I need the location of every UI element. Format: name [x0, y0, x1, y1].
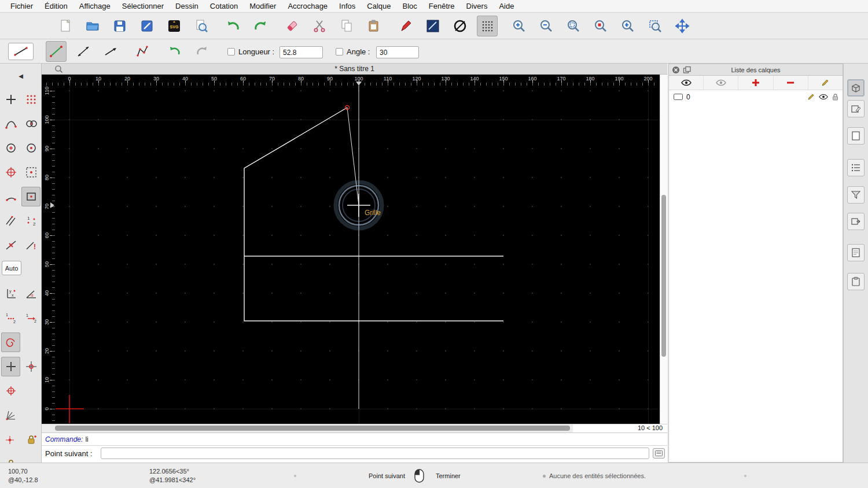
hide-all-layers-button[interactable]	[704, 76, 738, 90]
menu-item-12[interactable]: Divers	[461, 0, 494, 13]
dock-selection-filter-button[interactable]	[847, 186, 865, 204]
snap-tangent-button[interactable]	[1, 187, 20, 206]
vertical-scrollbar[interactable]	[660, 75, 667, 424]
horizontal-scrollbar-thumb[interactable]	[55, 426, 570, 431]
print-preview-button[interactable]	[191, 16, 212, 36]
zoom-in-button[interactable]	[509, 16, 529, 36]
dock-library-browser-button[interactable]	[847, 127, 865, 145]
snap-distance-button[interactable]	[21, 138, 41, 158]
redo-sequence-button[interactable]	[192, 41, 212, 62]
snap-intersection-button[interactable]	[21, 162, 41, 182]
angle-snap-button[interactable]	[1, 405, 20, 425]
current-pen-button[interactable]	[450, 16, 470, 36]
zoom-redraw-button[interactable]	[590, 16, 611, 36]
dock-notes-button[interactable]	[847, 273, 865, 290]
snap-sequence-button[interactable]: 12	[21, 211, 41, 231]
open-file-button[interactable]	[82, 16, 103, 36]
polyline-button[interactable]	[132, 41, 153, 62]
paste-button[interactable]	[363, 16, 384, 36]
snap-on-entity-button[interactable]	[21, 114, 41, 134]
set-relative-zero-button[interactable]	[21, 357, 41, 376]
save-button[interactable]	[109, 16, 130, 36]
restrict-nothing-button[interactable]	[1, 235, 20, 255]
angle-checkbox[interactable]	[336, 48, 343, 56]
menu-item-11[interactable]: Fenêtre	[423, 0, 461, 13]
vertical-scrollbar-thumb[interactable]	[661, 195, 666, 357]
restrict-orthogonal-button[interactable]: yx	[1, 284, 20, 304]
menu-item-6[interactable]: Modifier	[244, 0, 282, 13]
angle-input[interactable]	[376, 46, 419, 58]
new-file-button[interactable]	[55, 16, 76, 36]
zoom-auto-button[interactable]	[563, 16, 584, 36]
zoom-window-button[interactable]	[645, 16, 665, 36]
dock-entity-list-button[interactable]	[847, 159, 865, 176]
line-attributes-button[interactable]	[422, 16, 443, 36]
snap-endpoint-button[interactable]	[1, 114, 20, 134]
menu-item-1[interactable]: Édition	[39, 0, 73, 13]
delete-entities-button[interactable]	[282, 16, 303, 36]
layer-row[interactable]: 0	[669, 90, 843, 103]
layer-lock-icon[interactable]	[832, 93, 838, 101]
grid-toggle-button[interactable]	[477, 16, 498, 36]
snap-auto-button[interactable]: Auto	[2, 261, 21, 275]
snap-free-button[interactable]	[1, 90, 20, 109]
grid-dots-icon	[25, 93, 38, 106]
dock-quick-info-button[interactable]	[847, 213, 865, 230]
command-input[interactable]	[101, 448, 649, 459]
tool-regen-button[interactable]	[1, 332, 20, 352]
current-tool-indicator[interactable]	[8, 43, 34, 60]
line-two-points-button[interactable]	[46, 41, 67, 62]
redo-button[interactable]	[250, 16, 271, 36]
layer-visibility-icon[interactable]	[819, 94, 828, 100]
zoom-previous-button[interactable]	[617, 16, 638, 36]
save-as-button[interactable]	[137, 16, 157, 36]
edit-layer-button[interactable]	[808, 76, 843, 90]
snap-grid-button[interactable]	[21, 90, 41, 109]
dock-block-list-button[interactable]	[847, 100, 865, 117]
dock-command-widget-button[interactable]	[847, 244, 865, 261]
restrict-lines-button[interactable]	[1, 211, 20, 231]
order-arrow-button[interactable]: 12	[21, 308, 41, 328]
back-button[interactable]: ◀	[5, 70, 37, 82]
order-points-button[interactable]: 12	[1, 308, 20, 328]
drawing-canvas[interactable]: 0102030405060708090100110120130140150160…	[42, 75, 660, 424]
menu-item-5[interactable]: Cotation	[204, 0, 244, 13]
restrict-angle-button[interactable]: α	[21, 284, 41, 304]
remove-layer-button[interactable]	[774, 76, 808, 90]
relative-zero-button[interactable]	[1, 357, 20, 376]
menu-item-13[interactable]: Aide	[493, 0, 520, 13]
layer-edit-icon[interactable]	[807, 93, 815, 101]
undo-button[interactable]	[223, 16, 244, 36]
line-horizontal-button[interactable]	[100, 41, 121, 62]
menu-item-3[interactable]: Sélectionner	[116, 0, 170, 13]
snap-center-button[interactable]	[1, 138, 20, 158]
line-angle-button[interactable]	[73, 41, 94, 62]
snap-reference-button[interactable]	[21, 187, 41, 206]
undo-sequence-button[interactable]	[164, 41, 185, 62]
snap-middle-button[interactable]	[1, 162, 20, 182]
cut-button[interactable]	[309, 16, 330, 36]
menu-item-2[interactable]: Affichage	[73, 0, 116, 13]
pen-attributes-button[interactable]	[395, 16, 416, 36]
zoom-pan-button[interactable]	[672, 16, 693, 36]
lock-relative-zero-button[interactable]	[1, 381, 20, 401]
add-layer-button[interactable]	[738, 76, 773, 90]
length-input[interactable]	[279, 46, 323, 58]
menu-item-10[interactable]: Bloc	[396, 0, 422, 13]
copy-button[interactable]	[336, 16, 357, 36]
length-checkbox[interactable]	[227, 48, 235, 56]
show-all-layers-button[interactable]	[669, 76, 704, 90]
menu-item-9[interactable]: Calque	[361, 0, 396, 13]
exclusive-snap-button[interactable]: !	[21, 235, 41, 255]
menu-item-4[interactable]: Dessin	[170, 0, 204, 13]
dock-layer-list-button[interactable]	[847, 79, 865, 97]
menu-item-7[interactable]: Accrochage	[282, 0, 333, 13]
command-widget-toggle-button[interactable]	[653, 448, 665, 459]
zoom-out-button[interactable]	[536, 16, 557, 36]
menu-item-0[interactable]: Fichier	[5, 0, 39, 13]
snap-point-button[interactable]	[1, 430, 20, 449]
svg-export-button[interactable]: SVG	[164, 16, 185, 36]
menu-item-8[interactable]: Infos	[333, 0, 361, 13]
lock-zero-button[interactable]	[21, 430, 41, 449]
horizontal-scrollbar[interactable]	[42, 424, 573, 432]
